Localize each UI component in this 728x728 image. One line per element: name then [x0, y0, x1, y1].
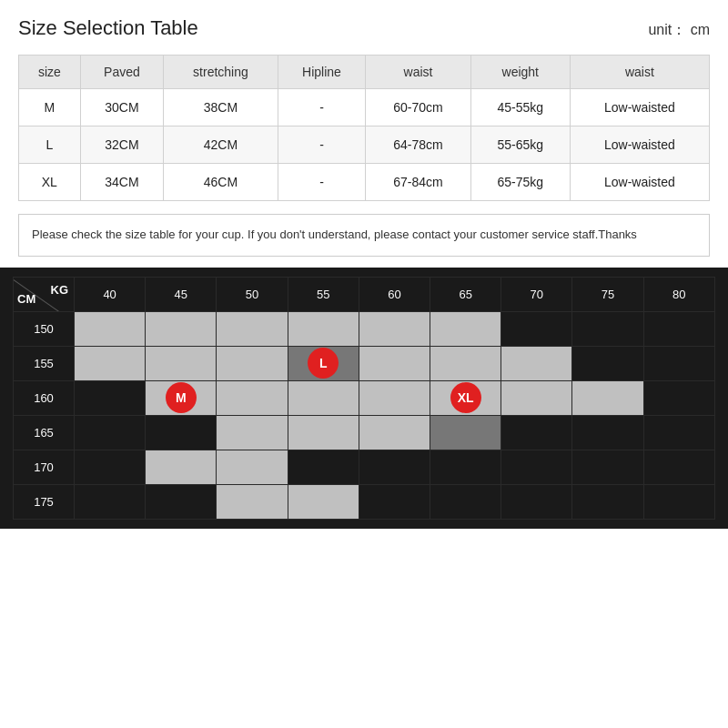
- grid-row: 155L: [14, 346, 715, 380]
- grid-cell-3-0: [75, 415, 146, 450]
- grid-cell-3-6: [501, 415, 572, 450]
- row-header-160: 160: [14, 380, 75, 415]
- grid-cell-0-1: [146, 311, 217, 346]
- grid-row: 165: [14, 415, 715, 450]
- cell-0-2: 38CM: [164, 89, 278, 126]
- grid-cell-5-2: [217, 484, 288, 519]
- row-header-150: 150: [14, 311, 75, 346]
- grid-cell-3-8: [643, 415, 714, 450]
- grid-cell-1-1: [146, 346, 217, 380]
- col-header-hipline: Hipline: [278, 56, 366, 89]
- col-75: 75: [572, 277, 643, 311]
- grid-cell-3-1: [146, 415, 217, 450]
- grid-cell-5-4: [359, 484, 430, 519]
- col-80: 80: [643, 277, 714, 311]
- grid-cell-3-3: [288, 415, 359, 450]
- cell-2-2: 46CM: [164, 164, 278, 201]
- col-header-weight: weight: [470, 56, 570, 89]
- kg-label: KG: [51, 283, 69, 297]
- row-header-165: 165: [14, 415, 75, 450]
- col-header-waist2: waist: [570, 56, 709, 89]
- cell-1-5: 55-65kg: [470, 126, 570, 164]
- cell-2-0: XL: [19, 164, 81, 201]
- grid-cell-5-3: [288, 484, 359, 519]
- table-row: L32CM42CM-64-78cm55-65kgLow-waisted: [19, 126, 710, 164]
- grid-cell-0-7: [572, 311, 643, 346]
- grid-cell-0-4: [359, 311, 430, 346]
- size-table: size Paved stretching Hipline waist weig…: [18, 55, 710, 201]
- col-45: 45: [146, 277, 217, 311]
- col-header-stretching: stretching: [164, 56, 278, 89]
- grid-row: 150: [14, 311, 715, 346]
- cell-1-3: -: [278, 126, 366, 164]
- grid-cell-2-6: [501, 380, 572, 415]
- grid-cell-5-7: [572, 484, 643, 519]
- col-60: 60: [359, 277, 430, 311]
- grid-cell-1-5: [430, 346, 501, 380]
- grid-cell-2-2: [217, 380, 288, 415]
- grid-row: 170: [14, 450, 715, 484]
- grid-row: 175: [14, 484, 715, 519]
- cell-2-3: -: [278, 164, 366, 201]
- col-header-size: size: [19, 56, 81, 89]
- grid-cell-2-4: [359, 380, 430, 415]
- row-header-175: 175: [14, 484, 75, 519]
- grid-cell-1-4: [359, 346, 430, 380]
- cell-0-3: -: [278, 89, 366, 126]
- grid-cell-0-3: [288, 311, 359, 346]
- grid-cell-2-8: [643, 380, 714, 415]
- col-70: 70: [501, 277, 572, 311]
- cell-2-1: 34CM: [80, 164, 164, 201]
- grid-cell-3-5: [430, 415, 501, 450]
- grid-cell-3-7: [572, 415, 643, 450]
- page-title: Size Selection Table: [18, 16, 198, 40]
- grid-cell-4-4: [359, 450, 430, 484]
- grid-cell-4-8: [643, 450, 714, 484]
- table-row: M30CM38CM-60-70cm45-55kgLow-waisted: [19, 89, 710, 126]
- cell-2-6: Low-waisted: [570, 164, 709, 201]
- cell-0-5: 45-55kg: [470, 89, 570, 126]
- grid-cell-4-1: [146, 450, 217, 484]
- grid-cell-5-6: [501, 484, 572, 519]
- notice-text: Please check the size table for your cup…: [32, 228, 637, 241]
- size-badge-l: L: [308, 348, 339, 379]
- size-badge-m: M: [166, 382, 197, 413]
- cell-1-6: Low-waisted: [570, 126, 709, 164]
- row-header-155: 155: [14, 346, 75, 380]
- grid-cell-4-2: [217, 450, 288, 484]
- col-55: 55: [288, 277, 359, 311]
- kg-cm-header: KG CM: [14, 277, 75, 311]
- grid-cell-0-0: [75, 311, 146, 346]
- cell-0-6: Low-waisted: [570, 89, 709, 126]
- grid-cell-3-4: [359, 415, 430, 450]
- grid-cell-1-8: [643, 346, 714, 380]
- grid-cell-0-5: [430, 311, 501, 346]
- grid-cell-1-0: [75, 346, 146, 380]
- col-50: 50: [217, 277, 288, 311]
- grid-cell-1-6: [501, 346, 572, 380]
- cell-1-0: L: [19, 126, 81, 164]
- grid-header-row: KG CM 40 45 50 55 60 65 70 75 80: [14, 277, 715, 311]
- bottom-section: KG CM 40 45 50 55 60 65 70 75 80 150155L…: [0, 268, 728, 529]
- grid-cell-3-2: [217, 415, 288, 450]
- grid-cell-2-1: M: [146, 380, 217, 415]
- table-header-row: size Paved stretching Hipline waist weig…: [19, 56, 710, 89]
- cell-0-4: 60-70cm: [366, 89, 470, 126]
- grid-cell-1-7: [572, 346, 643, 380]
- unit-label: unit： cm: [648, 21, 710, 40]
- row-header-170: 170: [14, 450, 75, 484]
- grid-cell-4-6: [501, 450, 572, 484]
- grid-cell-5-5: [430, 484, 501, 519]
- size-badge-xl: XL: [450, 382, 481, 413]
- top-section: Size Selection Table unit： cm size Paved…: [0, 0, 728, 268]
- cell-2-4: 67-84cm: [366, 164, 470, 201]
- grid-table: KG CM 40 45 50 55 60 65 70 75 80 150155L…: [13, 277, 715, 520]
- grid-cell-5-8: [643, 484, 714, 519]
- cell-0-0: M: [19, 89, 81, 126]
- table-row: XL34CM46CM-67-84cm65-75kgLow-waisted: [19, 164, 710, 201]
- grid-cell-2-7: [572, 380, 643, 415]
- grid-cell-4-0: [75, 450, 146, 484]
- grid-cell-2-0: [75, 380, 146, 415]
- cell-2-5: 65-75kg: [470, 164, 570, 201]
- grid-cell-4-3: [288, 450, 359, 484]
